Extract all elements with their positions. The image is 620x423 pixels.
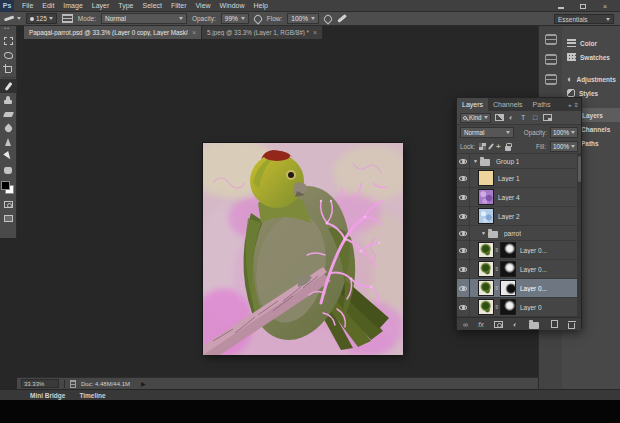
menu-file[interactable]: File — [22, 2, 33, 9]
layer-row-layer-0[interactable]: ∞Layer 0... — [457, 260, 581, 279]
menu-help[interactable]: Help — [254, 2, 268, 9]
lock-all-icon[interactable] — [505, 146, 511, 151]
foreground-color-swatch[interactable] — [1, 181, 10, 190]
pen-tool[interactable] — [0, 135, 17, 149]
tab-close-icon[interactable]: × — [313, 29, 317, 36]
bottom-tab-mini-bridge[interactable]: Mini Bridge — [30, 392, 65, 399]
menu-layer[interactable]: Layer — [92, 2, 110, 9]
scrollbar-thumb[interactable] — [578, 156, 581, 182]
layers-panel-tab-paths[interactable]: Paths — [528, 98, 556, 111]
layer-row-parrot[interactable]: ▼parrot — [457, 226, 581, 241]
layer-thumbnail[interactable] — [478, 299, 494, 315]
adjustment-layer-filter-icon[interactable]: ◐ — [506, 112, 517, 123]
bottom-tab-timeline[interactable]: Timeline — [79, 392, 105, 399]
layer-style-fx-icon[interactable]: fx — [478, 321, 483, 328]
layer-opacity-input[interactable]: 100% — [550, 127, 578, 138]
menu-edit[interactable]: Edit — [42, 2, 54, 9]
menu-type[interactable]: Type — [118, 2, 133, 9]
visibility-toggle[interactable] — [457, 154, 470, 168]
new-adjustment-layer-icon[interactable]: ◐ — [513, 321, 517, 328]
layer-thumbnail[interactable] — [478, 261, 494, 277]
hand-tool[interactable] — [0, 163, 17, 177]
layer-thumbnail[interactable] — [478, 208, 494, 224]
airbrush-icon[interactable] — [322, 13, 333, 24]
lock-pixels-icon[interactable] — [488, 143, 494, 150]
blur-tool[interactable] — [0, 121, 17, 135]
flow-input[interactable]: 100% — [287, 13, 319, 24]
layer-mask-thumbnail[interactable] — [500, 242, 516, 258]
collapse-panel-icon[interactable]: » — [568, 102, 571, 108]
menu-window[interactable]: Window — [220, 2, 245, 9]
layer-thumbnail[interactable] — [478, 170, 494, 186]
disclosure-triangle-icon[interactable]: ▼ — [481, 230, 486, 236]
layer-row-group-1[interactable]: ▼Group 1 — [457, 154, 581, 169]
layers-panel-tab-layers[interactable]: Layers — [457, 98, 488, 111]
minimize-button[interactable] — [556, 2, 566, 10]
visibility-toggle[interactable] — [457, 260, 470, 278]
restore-button[interactable] — [578, 2, 588, 10]
menu-view[interactable]: View — [196, 2, 211, 9]
menu-filter[interactable]: Filter — [171, 2, 187, 9]
type-layer-filter-icon[interactable]: T — [518, 112, 529, 123]
layers-scrollbar[interactable] — [577, 154, 581, 317]
layer-row-layer-0[interactable]: ∞Layer 0... — [457, 279, 581, 298]
new-group-icon[interactable] — [528, 320, 541, 329]
lasso-tool[interactable] — [0, 48, 17, 62]
mask-link-icon[interactable]: ∞ — [494, 304, 500, 310]
quick-mask-button[interactable] — [0, 197, 17, 211]
layer-mask-thumbnail[interactable] — [500, 280, 516, 296]
document-tab[interactable]: 5.jpeg @ 33.3% (Layer 1, RGB/8#) *× — [202, 26, 323, 39]
brush-tool[interactable] — [0, 79, 17, 93]
screen-mode-button[interactable] — [0, 211, 17, 225]
tablet-opacity-icon[interactable] — [252, 13, 263, 24]
tool-preset-picker[interactable] — [4, 17, 21, 20]
blend-mode-select[interactable]: Normal — [101, 13, 187, 24]
layers-panel-tab-channels[interactable]: Channels — [488, 98, 528, 111]
pixel-layer-filter-icon[interactable] — [494, 112, 505, 123]
layer-thumbnail[interactable] — [478, 280, 494, 296]
shape-layer-filter-icon[interactable]: □ — [530, 112, 541, 123]
layer-row-layer-2[interactable]: Layer 2 — [457, 207, 581, 226]
close-button[interactable]: × — [600, 2, 610, 10]
mask-link-icon[interactable]: ∞ — [494, 266, 500, 272]
layer-row-layer-1[interactable]: Layer 1 — [457, 169, 581, 188]
lock-transparency-icon[interactable] — [479, 143, 486, 150]
panel-grip[interactable]: •• — [4, 27, 12, 32]
panel-button-adjustments[interactable]: ◐Adjustments — [562, 72, 620, 86]
layer-row-layer-0[interactable]: ∞Layer 0... — [457, 241, 581, 260]
workspace-switcher[interactable]: Essentials — [554, 14, 614, 24]
visibility-toggle[interactable] — [457, 241, 470, 259]
docked-panel-icon-1[interactable] — [545, 34, 557, 45]
mask-link-icon[interactable]: ∞ — [494, 285, 500, 291]
menu-image[interactable]: Image — [63, 2, 82, 9]
lock-position-icon[interactable]: + — [496, 143, 501, 151]
direct-selection-tool[interactable] — [0, 149, 17, 163]
layer-fill-input[interactable]: 100% — [550, 141, 578, 152]
mask-link-icon[interactable]: ∞ — [494, 247, 500, 253]
panel-button-color[interactable]: Color — [562, 36, 620, 50]
visibility-toggle[interactable] — [457, 226, 470, 240]
tab-close-icon[interactable]: × — [192, 29, 196, 36]
layer-row-layer-0[interactable]: ∞Layer 0 — [457, 298, 581, 317]
opacity-input[interactable]: 99% — [221, 13, 249, 24]
layer-mask-thumbnail[interactable] — [500, 299, 516, 315]
tablet-size-icon[interactable] — [337, 14, 347, 23]
docked-panel-icon-2[interactable] — [545, 54, 557, 65]
zoom-level-input[interactable]: 33.33% — [21, 379, 59, 388]
menu-select[interactable]: Select — [143, 2, 162, 9]
disclosure-triangle-icon[interactable]: ▼ — [473, 158, 478, 164]
layer-mask-thumbnail[interactable] — [500, 261, 516, 277]
smart-object-filter-icon[interactable] — [542, 112, 553, 123]
clone-stamp-tool[interactable] — [0, 93, 17, 107]
layer-thumbnail[interactable] — [478, 242, 494, 258]
panel-button-swatches[interactable]: Swatches — [562, 50, 620, 64]
status-menu-arrow-icon[interactable]: ▶ — [141, 380, 146, 387]
add-layer-mask-icon[interactable] — [494, 321, 503, 328]
brush-panel-toggle-icon[interactable] — [62, 14, 73, 23]
filter-kind-select[interactable]: Kind — [460, 113, 491, 123]
layer-thumbnail[interactable] — [478, 189, 494, 205]
visibility-toggle[interactable] — [457, 188, 470, 206]
visibility-toggle[interactable] — [457, 207, 470, 225]
layer-row-layer-4[interactable]: Layer 4 — [457, 188, 581, 207]
link-layers-icon[interactable]: ∞ — [463, 321, 468, 328]
